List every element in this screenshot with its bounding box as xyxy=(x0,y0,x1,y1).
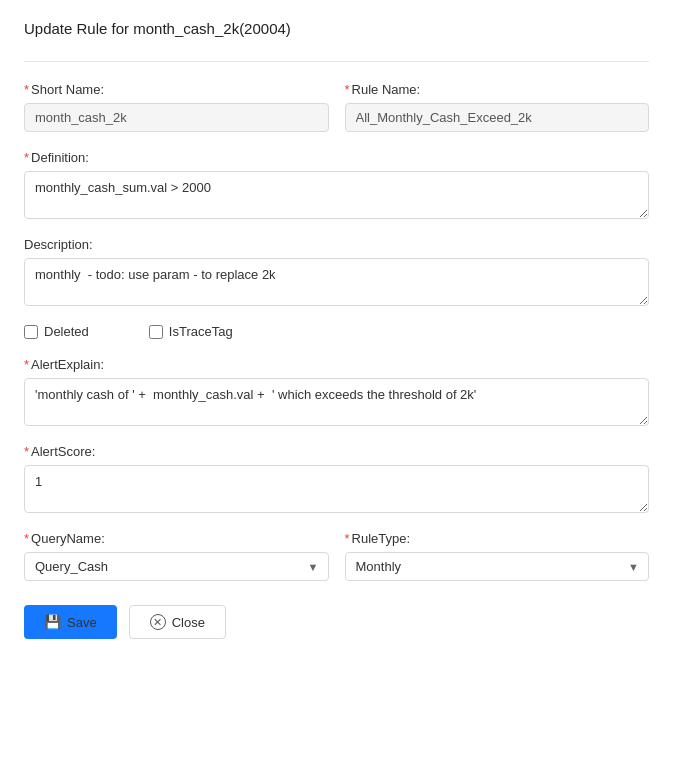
rule-name-group: *Rule Name: xyxy=(345,82,650,132)
alert-score-textarea[interactable]: 1 xyxy=(24,465,649,513)
description-group: Description: monthly - todo: use param -… xyxy=(24,237,649,306)
required-star-7: * xyxy=(345,531,350,546)
alert-explain-label: *AlertExplain: xyxy=(24,357,649,372)
definition-group: *Definition: monthly_cash_sum.val > 2000 xyxy=(24,150,649,219)
is-trace-tag-checkbox-group: IsTraceTag xyxy=(149,324,233,339)
required-star-6: * xyxy=(24,531,29,546)
deleted-checkbox[interactable] xyxy=(24,325,38,339)
alert-explain-row: *AlertExplain: 'monthly cash of ' + mont… xyxy=(24,357,649,426)
rule-name-label: *Rule Name: xyxy=(345,82,650,97)
save-button[interactable]: 💾 Save xyxy=(24,605,117,639)
page-title: Update Rule for month_cash_2k(20004) xyxy=(24,20,649,37)
query-name-group: *QueryName: Query_Cash Query_Revenue Que… xyxy=(24,531,329,581)
deleted-label: Deleted xyxy=(44,324,89,339)
definition-textarea[interactable]: monthly_cash_sum.val > 2000 xyxy=(24,171,649,219)
deleted-checkbox-group: Deleted xyxy=(24,324,89,339)
query-name-label: *QueryName: xyxy=(24,531,329,546)
alert-score-row: *AlertScore: 1 xyxy=(24,444,649,513)
rule-type-select-wrapper: Monthly Weekly Daily Annual ▼ xyxy=(345,552,650,581)
required-star: * xyxy=(24,82,29,97)
close-label: Close xyxy=(172,615,205,630)
save-label: Save xyxy=(67,615,97,630)
short-name-group: *Short Name: xyxy=(24,82,329,132)
divider xyxy=(24,61,649,62)
alert-score-label: *AlertScore: xyxy=(24,444,649,459)
query-rule-row: *QueryName: Query_Cash Query_Revenue Que… xyxy=(24,531,649,581)
required-star-3: * xyxy=(24,150,29,165)
close-circle-icon: ✕ xyxy=(150,614,166,630)
checkbox-row: Deleted IsTraceTag xyxy=(24,324,649,339)
is-trace-tag-checkbox[interactable] xyxy=(149,325,163,339)
button-row: 💾 Save ✕ Close xyxy=(24,605,649,639)
close-button[interactable]: ✕ Close xyxy=(129,605,226,639)
rule-type-group: *RuleType: Monthly Weekly Daily Annual ▼ xyxy=(345,531,650,581)
description-row: Description: monthly - todo: use param -… xyxy=(24,237,649,306)
short-name-label: *Short Name: xyxy=(24,82,329,97)
short-name-input[interactable] xyxy=(24,103,329,132)
description-textarea[interactable]: monthly - todo: use param - to replace 2… xyxy=(24,258,649,306)
description-label: Description: xyxy=(24,237,649,252)
save-icon: 💾 xyxy=(44,614,61,630)
name-row: *Short Name: *Rule Name: xyxy=(24,82,649,132)
alert-explain-textarea[interactable]: 'monthly cash of ' + monthly_cash.val + … xyxy=(24,378,649,426)
is-trace-tag-label: IsTraceTag xyxy=(169,324,233,339)
query-name-select[interactable]: Query_Cash Query_Revenue Query_Expense xyxy=(24,552,329,581)
definition-row: *Definition: monthly_cash_sum.val > 2000 xyxy=(24,150,649,219)
alert-score-group: *AlertScore: 1 xyxy=(24,444,649,513)
required-star-2: * xyxy=(345,82,350,97)
rule-type-label: *RuleType: xyxy=(345,531,650,546)
query-name-select-wrapper: Query_Cash Query_Revenue Query_Expense ▼ xyxy=(24,552,329,581)
rule-type-select[interactable]: Monthly Weekly Daily Annual xyxy=(345,552,650,581)
required-star-4: * xyxy=(24,357,29,372)
definition-label: *Definition: xyxy=(24,150,649,165)
alert-explain-group: *AlertExplain: 'monthly cash of ' + mont… xyxy=(24,357,649,426)
required-star-5: * xyxy=(24,444,29,459)
rule-name-input[interactable] xyxy=(345,103,650,132)
